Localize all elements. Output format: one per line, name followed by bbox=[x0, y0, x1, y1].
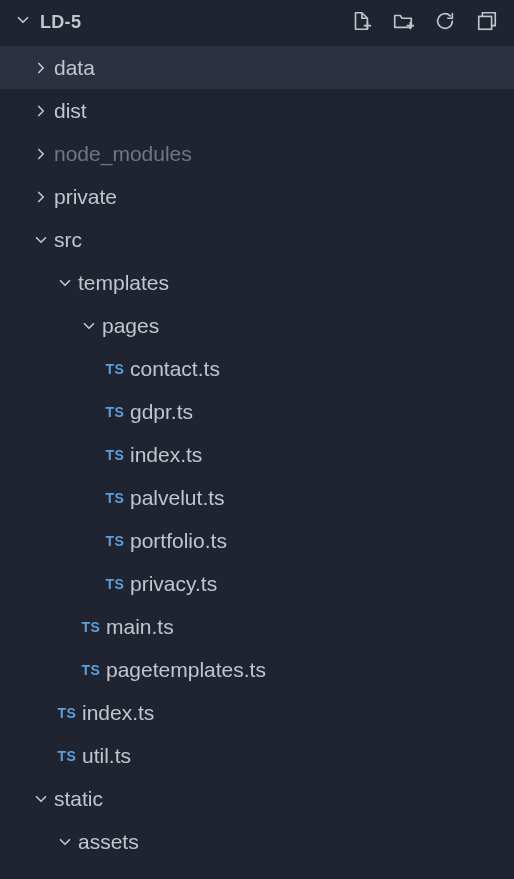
refresh-icon bbox=[434, 10, 456, 35]
explorer-actions bbox=[348, 8, 506, 37]
chevron-down-icon[interactable] bbox=[76, 317, 102, 335]
tree-item-label: palvelut.ts bbox=[130, 486, 225, 510]
typescript-file-icon: TS bbox=[76, 662, 106, 678]
tree-item-label: pages bbox=[102, 314, 159, 338]
tree-item-label: gdpr.ts bbox=[130, 400, 193, 424]
tree-item-label: main.ts bbox=[106, 615, 174, 639]
new-folder-icon bbox=[392, 10, 414, 35]
tree-item-label: index.ts bbox=[130, 443, 202, 467]
tree-file[interactable]: TSgdpr.ts bbox=[0, 390, 514, 433]
tree-folder[interactable]: pages bbox=[0, 304, 514, 347]
tree-folder[interactable]: node_modules bbox=[0, 132, 514, 175]
chevron-right-icon[interactable] bbox=[28, 102, 54, 120]
tree-folder[interactable]: assets bbox=[0, 820, 514, 863]
tree-item-label: portfolio.ts bbox=[130, 529, 227, 553]
tree-file[interactable]: TSindex.ts bbox=[0, 691, 514, 734]
tree-file[interactable]: TScontact.ts bbox=[0, 347, 514, 390]
project-name: LD-5 bbox=[40, 12, 81, 33]
tree-folder[interactable]: templates bbox=[0, 261, 514, 304]
tree-file[interactable]: TSmain.ts bbox=[0, 605, 514, 648]
tree-file[interactable]: TSpalvelut.ts bbox=[0, 476, 514, 519]
new-folder-button[interactable] bbox=[390, 8, 416, 37]
tree-folder[interactable]: src bbox=[0, 218, 514, 261]
tree-file[interactable]: TSportfolio.ts bbox=[0, 519, 514, 562]
tree-item-label: templates bbox=[78, 271, 169, 295]
typescript-file-icon: TS bbox=[100, 533, 130, 549]
tree-item-label: static bbox=[54, 787, 103, 811]
tree-item-label: data bbox=[54, 56, 95, 80]
typescript-file-icon: TS bbox=[52, 705, 82, 721]
tree-item-label: contact.ts bbox=[130, 357, 220, 381]
typescript-file-icon: TS bbox=[100, 447, 130, 463]
tree-folder[interactable]: private bbox=[0, 175, 514, 218]
chevron-down-icon[interactable] bbox=[52, 274, 78, 292]
tree-folder[interactable]: static bbox=[0, 777, 514, 820]
chevron-right-icon[interactable] bbox=[28, 145, 54, 163]
typescript-file-icon: TS bbox=[100, 576, 130, 592]
chevron-down-icon bbox=[14, 10, 32, 34]
tree-item-label: index.ts bbox=[82, 701, 154, 725]
collapse-all-button[interactable] bbox=[474, 8, 500, 37]
tree-file[interactable]: TSindex.ts bbox=[0, 433, 514, 476]
tree-folder[interactable]: data bbox=[0, 46, 514, 89]
tree-item-label: src bbox=[54, 228, 82, 252]
tree-item-label: node_modules bbox=[54, 142, 192, 166]
new-file-icon bbox=[350, 10, 372, 35]
tree-item-label: util.ts bbox=[82, 744, 131, 768]
collapse-all-icon bbox=[476, 10, 498, 35]
chevron-down-icon[interactable] bbox=[28, 231, 54, 249]
tree-item-label: private bbox=[54, 185, 117, 209]
refresh-button[interactable] bbox=[432, 8, 458, 37]
explorer-header: LD-5 bbox=[0, 0, 514, 44]
typescript-file-icon: TS bbox=[100, 490, 130, 506]
tree-file[interactable]: TSutil.ts bbox=[0, 734, 514, 777]
tree-folder[interactable]: dist bbox=[0, 89, 514, 132]
new-file-button[interactable] bbox=[348, 8, 374, 37]
chevron-down-icon[interactable] bbox=[28, 790, 54, 808]
project-root-toggle[interactable]: LD-5 bbox=[14, 10, 348, 34]
tree-file[interactable]: TSprivacy.ts bbox=[0, 562, 514, 605]
typescript-file-icon: TS bbox=[76, 619, 106, 635]
file-explorer-panel: LD-5 da bbox=[0, 0, 514, 879]
svg-rect-0 bbox=[479, 16, 492, 29]
typescript-file-icon: TS bbox=[100, 404, 130, 420]
tree-item-label: pagetemplates.ts bbox=[106, 658, 266, 682]
typescript-file-icon: TS bbox=[52, 748, 82, 764]
tree-file[interactable]: TSpagetemplates.ts bbox=[0, 648, 514, 691]
chevron-right-icon[interactable] bbox=[28, 59, 54, 77]
tree-item-label: assets bbox=[78, 830, 139, 854]
file-tree[interactable]: datadistnode_modulesprivatesrctemplatesp… bbox=[0, 44, 514, 879]
tree-item-label: dist bbox=[54, 99, 87, 123]
tree-item-label: privacy.ts bbox=[130, 572, 217, 596]
chevron-right-icon[interactable] bbox=[28, 188, 54, 206]
chevron-down-icon[interactable] bbox=[52, 833, 78, 851]
typescript-file-icon: TS bbox=[100, 361, 130, 377]
